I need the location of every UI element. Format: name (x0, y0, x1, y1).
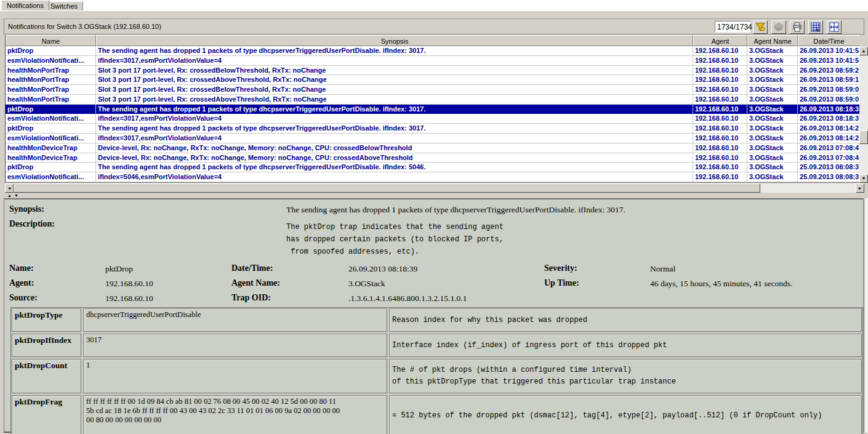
datetime-value: 26.09.2013 08:18:39 (348, 264, 417, 274)
tab-notifications[interactable]: Notifications (1, 0, 49, 10)
cell-synopsis: Device-level, Rx: noChange, RxTx: noChan… (96, 153, 693, 163)
cell-datetime: 26.09.2013 07:08:4 (798, 153, 859, 163)
horizontal-scroll-thumb[interactable] (14, 183, 760, 193)
attribute-description: = 512 bytes of the dropped pkt (dsmac[12… (389, 395, 862, 434)
cell-agent-name: 3.OGStack (747, 75, 798, 85)
filter-button[interactable] (753, 20, 768, 34)
resize-columns-button[interactable] (827, 20, 842, 34)
column-header-synopsis[interactable]: Synopsis (96, 35, 693, 46)
cell-name: healthMonDeviceTrap (6, 143, 96, 153)
table-body: pktDropThe sending agent has dropped 1 p… (6, 46, 859, 183)
cell-name: esmViolationNotificati... (6, 56, 96, 66)
splitter-collapse-up-icon[interactable]: ▲ (7, 193, 12, 198)
name-label: Name: (9, 263, 34, 273)
synopsis-label: Synopsis: (9, 204, 44, 214)
scroll-left-button[interactable]: ◄ (5, 183, 14, 193)
cell-name: esmViolationNotificati... (6, 114, 96, 124)
table-row[interactable]: healthMonPortTrapSlot 3 port 17 port-lev… (6, 85, 859, 95)
table-row[interactable]: healthMonDeviceTrapDevice-level, Rx: noC… (6, 143, 859, 153)
synopsis-value: The sending agent has dropped 1 packets … (286, 205, 625, 215)
cell-name: esmViolationNotificati... (6, 172, 96, 182)
source-label: Source: (9, 293, 38, 303)
attribute-name: pktDropType (12, 308, 81, 332)
cell-datetime: 26.09.2013 08:18:3 (798, 114, 859, 124)
attribute-value: ff ff ff ff ff ff 00 1d 09 84 cb ab 81 0… (83, 395, 387, 434)
cell-datetime: 25.09.2013 08:08:3 (798, 163, 859, 172)
cell-synopsis: Slot 3 port 17 port-level, Rx: crossedBe… (96, 85, 693, 95)
details-scrollbar[interactable] (864, 198, 868, 433)
cell-name: healthMonPortTrap (6, 85, 96, 95)
notification-viewer-window: Notifications Switches Notifications for… (0, 0, 868, 434)
panel-title: Notifications for Switch 3.OGStack (192.… (8, 23, 161, 30)
cell-datetime: 25.09.2013 08:08:3 (798, 172, 859, 182)
table-horizontal-scrollbar[interactable]: ◄ ► (5, 183, 864, 193)
scroll-up-button[interactable]: ▲ (859, 47, 868, 55)
attribute-value: 3017 (83, 334, 387, 357)
cell-agent: 192.168.60.10 (693, 66, 747, 76)
description-label: Description: (9, 219, 55, 229)
cell-datetime: 26.09.2013 10:41:5 (798, 56, 859, 66)
tab-switches[interactable]: Switches (45, 1, 83, 10)
split-pane-divider[interactable]: ▲ ▼ (0, 193, 868, 198)
table-row-selected[interactable]: pktDropThe sending agent has dropped 1 p… (6, 105, 859, 115)
splitter-collapse-down-icon[interactable]: ▼ (14, 193, 18, 198)
table-row[interactable]: pktDropThe sending agent has dropped 1 p… (6, 163, 859, 172)
trap-oid-label: Trap OID: (231, 293, 271, 303)
print-icon (792, 22, 802, 32)
cell-synopsis: ifIndex=3017,esmPortViolationValue=4 (96, 114, 693, 124)
cell-agent-name: 3.OGStack (747, 153, 798, 163)
cell-name: esmViolationNotificati... (6, 134, 96, 143)
vertical-scroll-thumb[interactable] (859, 131, 868, 144)
cell-agent-name: 3.OGStack (747, 163, 798, 172)
cell-synopsis: Slot 3 port 17 port-level, Rx: crossedBe… (96, 66, 693, 76)
resize-columns-icon (829, 22, 839, 32)
column-header-agent-name[interactable]: Agent Name (747, 35, 798, 46)
scroll-down-button[interactable]: ▼ (859, 174, 868, 183)
table-row[interactable]: esmViolationNotificati...ifIndex=3017,es… (6, 56, 859, 66)
table-row[interactable]: pktDropThe sending agent has dropped 1 p… (6, 124, 859, 134)
cell-datetime: 26.09.2013 08:59:0 (798, 95, 859, 105)
print-button[interactable] (790, 20, 805, 34)
table-icon (811, 22, 821, 32)
tab-bar: Notifications Switches (0, 0, 868, 10)
column-header-name[interactable]: Name (6, 35, 96, 46)
table-row[interactable]: esmViolationNotificati...ifIndex=3017,es… (6, 134, 859, 143)
scroll-right-button[interactable]: ► (856, 183, 864, 193)
cell-name: healthMonDeviceTrap (6, 153, 96, 163)
table-row[interactable]: healthMonPortTrapSlot 3 port 17 port-lev… (6, 75, 859, 85)
cell-agent-name: 3.OGStack (747, 95, 798, 105)
table-row[interactable]: pktDropThe sending agent has dropped 1 p… (6, 46, 859, 56)
table-row[interactable]: healthMonPortTrapSlot 3 port 17 port-lev… (6, 95, 859, 105)
cell-agent: 192.168.60.10 (693, 114, 747, 124)
agent-label: Agent: (9, 278, 34, 288)
notifications-toolbar: Notifications for Switch 3.OGStack (192.… (4, 18, 864, 34)
cell-agent: 192.168.60.10 (693, 105, 747, 115)
cell-synopsis: The sending agent has dropped 1 packets … (96, 124, 693, 134)
table-row[interactable]: healthMonDeviceTrapDevice-level, Rx: noC… (6, 153, 859, 163)
erase-button[interactable] (771, 20, 786, 34)
severity-value: Normal (650, 264, 675, 274)
cell-synopsis: The sending agent has dropped 1 packets … (96, 105, 693, 115)
column-header-agent[interactable]: Agent (693, 35, 747, 46)
agent-value: 192.168.60.10 (105, 279, 153, 289)
cell-agent: 192.168.60.10 (693, 134, 747, 143)
table-row[interactable]: esmViolationNotificati...ifIndex=3017,es… (6, 114, 859, 124)
cell-agent: 192.168.60.10 (693, 75, 747, 85)
cell-name: healthMonPortTrap (6, 66, 96, 76)
tab-switches-label: Switches (50, 2, 78, 10)
table-view-button[interactable] (808, 20, 823, 34)
cell-datetime: 26.09.2013 08:59:2 (798, 66, 859, 76)
agent-name-value: 3.OGStack (348, 279, 385, 289)
cell-agent: 192.168.60.10 (693, 124, 747, 134)
attribute-description: Reason index for why this packet was dro… (389, 308, 862, 332)
table-row[interactable]: healthMonPortTrapSlot 3 port 17 port-lev… (6, 66, 859, 76)
column-header-date-time[interactable]: Date/Time (798, 35, 859, 46)
cell-agent: 192.168.60.10 (693, 56, 747, 66)
cell-datetime: 26.09.2013 08:59:1 (798, 75, 859, 85)
cell-synopsis: ifIndex=5046,esmPortViolationValue=4 (96, 172, 693, 182)
table-vertical-scrollbar[interactable]: ▲ ▼ (859, 47, 868, 183)
cell-synopsis: ifIndex=3017,esmPortViolationValue=4 (96, 56, 693, 66)
cell-datetime: 26.09.2013 07:08:4 (798, 143, 859, 153)
cell-agent-name: 3.OGStack (747, 134, 798, 143)
table-row[interactable]: esmViolationNotificati...ifIndex=5046,es… (6, 172, 859, 182)
